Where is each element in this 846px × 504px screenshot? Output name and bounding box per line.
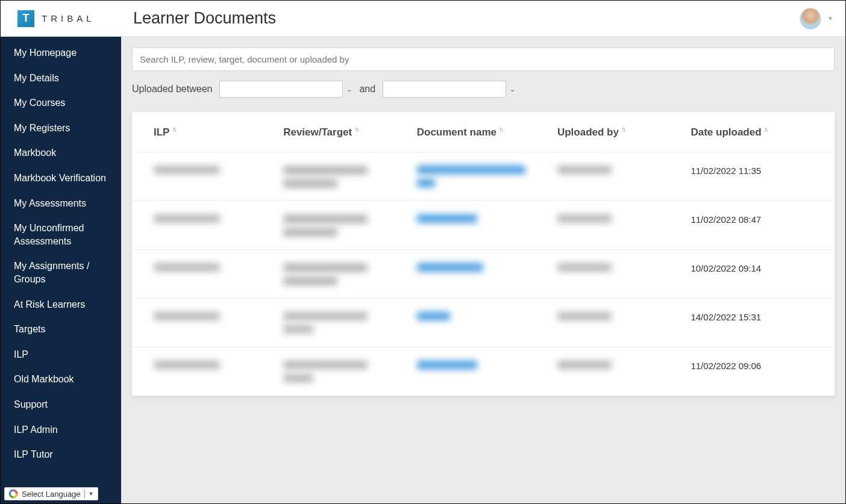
redacted-link[interactable] xyxy=(283,179,337,187)
cell-review-target xyxy=(272,347,406,396)
redacted-link[interactable] xyxy=(417,214,477,223)
sidebar: My Homepage My Details My Courses My Reg… xyxy=(1,37,121,504)
redacted-text xyxy=(283,325,313,334)
chevron-down-icon[interactable]: ⌄ xyxy=(510,86,515,93)
cell-date-uploaded: 14/02/2022 15:31 xyxy=(680,298,835,347)
cell-uploaded-by xyxy=(547,152,680,201)
sidebar-item-ilp-tutor[interactable]: ILP Tutor xyxy=(1,442,121,467)
sidebar-item-markbook[interactable]: Markbook xyxy=(1,140,121,166)
date-to-input[interactable] xyxy=(383,81,506,98)
redacted-link[interactable] xyxy=(417,263,483,272)
cell-document-name xyxy=(406,152,547,201)
language-selector[interactable]: Select Language ▼ xyxy=(4,487,98,500)
cell-document-name xyxy=(406,201,547,249)
sidebar-item-ilp[interactable]: ILP xyxy=(1,342,121,367)
sidebar-item-markbook-verification[interactable]: Markbook Verification xyxy=(1,166,121,191)
sidebar-item-my-registers[interactable]: My Registers xyxy=(1,116,121,141)
redacted-link[interactable] xyxy=(283,276,337,285)
cell-review-target xyxy=(272,152,406,201)
sidebar-item-support[interactable]: Support xyxy=(1,392,121,417)
redacted-link[interactable] xyxy=(283,166,368,174)
sidebar-item-label: Support xyxy=(14,399,48,409)
column-header-review-target[interactable]: Review/Target↑↓ xyxy=(272,112,406,152)
cell-review-target xyxy=(272,298,406,347)
cell-date-uploaded: 10/02/2022 09:14 xyxy=(680,249,835,298)
col-label: ILP xyxy=(154,126,169,138)
sidebar-item-label: Markbook Verification xyxy=(14,173,106,183)
redacted-text xyxy=(154,263,220,272)
logo-letter: T xyxy=(23,12,30,25)
cell-ilp xyxy=(132,249,272,298)
chevron-down-icon[interactable]: ⌄ xyxy=(346,86,352,93)
user-menu-caret-icon[interactable]: ▼ xyxy=(827,15,833,22)
sidebar-item-my-assessments[interactable]: My Assessments xyxy=(1,191,121,216)
sidebar-item-at-risk-learners[interactable]: At Risk Learners xyxy=(1,292,121,317)
sidebar-item-my-unconfirmed-assessments[interactable]: My Unconfirmed Assessments xyxy=(1,216,121,254)
table-row: 11/02/2022 11:35 xyxy=(132,152,835,201)
sidebar-item-my-homepage[interactable]: My Homepage xyxy=(1,40,121,66)
sidebar-item-my-assignments-groups[interactable]: My Assignments / Groups xyxy=(1,254,121,291)
language-label: Select Language xyxy=(22,490,81,499)
sidebar-item-my-details[interactable]: My Details xyxy=(1,66,121,91)
col-label: Uploaded by xyxy=(557,126,619,138)
cell-document-name xyxy=(406,298,547,347)
table-row: 10/02/2022 09:14 xyxy=(132,249,835,298)
google-translate-icon xyxy=(8,489,18,499)
sidebar-item-label: Old Markbook xyxy=(14,374,74,384)
cell-uploaded-by xyxy=(547,201,680,249)
sort-icon: ↑↓ xyxy=(172,125,175,132)
date-from-input[interactable] xyxy=(219,81,343,98)
sidebar-item-label: At Risk Learners xyxy=(14,299,85,310)
sidebar-item-label: Markbook xyxy=(14,148,56,158)
sidebar-item-old-markbook[interactable]: Old Markbook xyxy=(1,367,121,392)
redacted-text xyxy=(283,374,313,382)
search-input[interactable] xyxy=(132,48,835,71)
column-header-document-name[interactable]: Document name↑↓ xyxy=(406,112,547,152)
sidebar-item-ilp-admin[interactable]: ILP Admin xyxy=(1,417,121,443)
page-title: Learner Documents xyxy=(133,9,276,28)
redacted-link[interactable] xyxy=(283,263,368,272)
redacted-text xyxy=(557,312,612,320)
redacted-link[interactable] xyxy=(417,166,525,174)
separator xyxy=(84,490,85,498)
col-label: Document name xyxy=(417,126,497,138)
redacted-link[interactable] xyxy=(283,228,337,236)
avatar[interactable] xyxy=(800,8,821,30)
redacted-link[interactable] xyxy=(283,214,368,223)
sidebar-item-label: My Courses xyxy=(14,98,65,108)
column-header-uploaded-by[interactable]: Uploaded by↑↓ xyxy=(547,112,680,152)
sidebar-item-label: My Homepage xyxy=(14,48,77,58)
logo-icon[interactable]: T xyxy=(17,10,34,27)
redacted-text xyxy=(557,263,612,272)
sort-icon: ↑↓ xyxy=(621,125,624,132)
redacted-text xyxy=(557,214,612,223)
and-label: and xyxy=(359,84,375,95)
cell-ilp xyxy=(132,298,272,347)
header: T TRIBAL Learner Documents ▼ xyxy=(1,1,845,37)
redacted-text xyxy=(154,361,220,369)
sidebar-item-label: ILP Tutor xyxy=(14,449,53,459)
redacted-text xyxy=(283,312,368,320)
sidebar-item-targets[interactable]: Targets xyxy=(1,317,121,342)
redacted-link[interactable] xyxy=(417,361,477,369)
col-label: Date uploaded xyxy=(691,126,761,138)
cell-ilp xyxy=(132,201,272,249)
redacted-link[interactable] xyxy=(417,179,435,187)
sidebar-item-label: My Unconfirmed Assessments xyxy=(14,223,84,246)
redacted-text xyxy=(154,166,220,174)
chevron-down-icon: ▼ xyxy=(89,491,94,497)
documents-table-card: ILP↑↓ Review/Target↑↓ Document name↑↓ Up… xyxy=(132,112,835,396)
column-header-date-uploaded[interactable]: Date uploaded↑↓ xyxy=(680,112,835,152)
redacted-link[interactable] xyxy=(417,312,450,320)
sidebar-item-label: My Registers xyxy=(14,123,70,133)
table-row: 14/02/2022 15:31 xyxy=(132,298,835,347)
cell-date-uploaded: 11/02/2022 08:47 xyxy=(680,201,835,249)
cell-date-uploaded: 11/02/2022 11:35 xyxy=(680,152,835,201)
sidebar-item-label: ILP Admin xyxy=(14,425,58,435)
col-label: Review/Target xyxy=(283,126,352,138)
sidebar-item-label: ILP xyxy=(14,349,28,359)
cell-review-target xyxy=(272,201,406,249)
sidebar-item-my-courses[interactable]: My Courses xyxy=(1,90,121,116)
column-header-ilp[interactable]: ILP↑↓ xyxy=(132,112,272,152)
sort-icon: ↑↓ xyxy=(764,125,767,132)
